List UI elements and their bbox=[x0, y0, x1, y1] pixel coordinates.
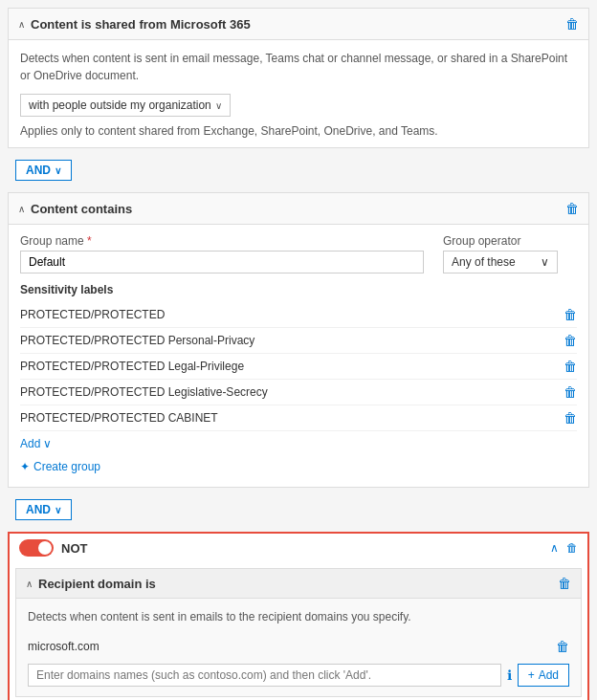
label-text-5: PROTECTED/PROTECTED CABINET bbox=[20, 411, 218, 425]
content-contains-header-left: ∧ Content contains bbox=[18, 202, 132, 216]
sensitivity-labels-title: Sensitivity labels bbox=[20, 283, 577, 296]
not-header: NOT ∧ 🗑 bbox=[10, 534, 587, 562]
info-icon[interactable]: ℹ bbox=[507, 667, 512, 683]
label-delete-icon-1[interactable]: 🗑 bbox=[564, 307, 577, 322]
not-header-right: ∧ 🗑 bbox=[550, 541, 578, 555]
group-name-label: Group name * bbox=[20, 234, 424, 248]
create-group-icon: ✦ bbox=[20, 460, 30, 473]
label-delete-icon-3[interactable]: 🗑 bbox=[564, 359, 577, 374]
create-group-link[interactable]: ✦ Create group bbox=[20, 456, 577, 477]
label-text-1: PROTECTED/PROTECTED bbox=[20, 308, 165, 321]
label-delete-icon-2[interactable]: 🗑 bbox=[564, 333, 577, 348]
content-contains-body: Group name * Group operator Any of these… bbox=[9, 225, 588, 487]
shared-dropdown-chevron: ∨ bbox=[215, 100, 222, 111]
recipient-title: Recipient domain is bbox=[38, 577, 156, 591]
content-contains-delete-icon[interactable]: 🗑 bbox=[565, 201, 579, 216]
group-operator-container: Group operator Any of these ∨ bbox=[443, 234, 577, 273]
label-row-3: PROTECTED/PROTECTED Legal-Privilege 🗑 bbox=[20, 354, 577, 380]
and-button-1-chevron: ∨ bbox=[55, 165, 61, 176]
and-button-2-chevron: ∨ bbox=[55, 505, 61, 515]
recipient-body: Detects when content is sent in emails t… bbox=[16, 599, 581, 696]
not-delete-icon[interactable]: 🗑 bbox=[566, 541, 578, 555]
and-button-1-label: AND bbox=[26, 164, 51, 177]
recipient-description: Detects when content is sent in emails t… bbox=[28, 608, 569, 625]
shared-dropdown[interactable]: with people outside my organization ∨ bbox=[20, 94, 231, 117]
shared-dropdown-value: with people outside my organization bbox=[29, 98, 211, 112]
create-group-label: Create group bbox=[33, 460, 100, 473]
add-link-chevron: ∨ bbox=[43, 437, 52, 450]
group-operator-chevron: ∨ bbox=[541, 255, 549, 269]
group-name-row: Group name * Group operator Any of these… bbox=[20, 234, 577, 273]
add-link-label: Add bbox=[20, 437, 40, 450]
label-text-3: PROTECTED/PROTECTED Legal-Privilege bbox=[20, 360, 244, 373]
and-button-2-container: AND ∨ bbox=[8, 488, 589, 532]
domain-input-row: ℹ + Add bbox=[28, 664, 569, 687]
group-operator-label: Group operator bbox=[443, 234, 577, 248]
label-row-4: PROTECTED/PROTECTED Legislative-Secrecy … bbox=[20, 380, 577, 405]
not-collapse-icon[interactable]: ∧ bbox=[550, 541, 559, 555]
shared-from-body: Detects when content is sent in email me… bbox=[9, 40, 588, 147]
recipient-collapse-icon[interactable]: ∧ bbox=[26, 579, 33, 589]
domain-input[interactable] bbox=[28, 664, 501, 687]
group-operator-value: Any of these bbox=[452, 255, 516, 269]
shared-from-header-left: ∧ Content is shared from Microsoft 365 bbox=[18, 17, 251, 32]
label-delete-icon-5[interactable]: 🗑 bbox=[564, 410, 577, 426]
label-row-2: PROTECTED/PROTECTED Personal-Privacy 🗑 bbox=[20, 328, 577, 354]
shared-from-collapse-icon[interactable]: ∧ bbox=[18, 19, 25, 30]
domain-delete-icon[interactable]: 🗑 bbox=[556, 639, 569, 654]
shared-from-delete-icon[interactable]: 🗑 bbox=[565, 16, 579, 32]
not-header-left: NOT bbox=[19, 539, 87, 557]
add-link[interactable]: Add ∨ bbox=[20, 431, 577, 456]
recipient-header: ∧ Recipient domain is 🗑 bbox=[16, 569, 581, 599]
domain-row: microsoft.com 🗑 bbox=[28, 635, 569, 658]
and-button-1[interactable]: AND ∨ bbox=[15, 160, 72, 181]
label-delete-icon-4[interactable]: 🗑 bbox=[564, 384, 577, 400]
shared-from-title: Content is shared from Microsoft 365 bbox=[31, 17, 251, 32]
shared-from-description: Detects when content is sent in email me… bbox=[20, 50, 577, 84]
label-row-1: PROTECTED/PROTECTED 🗑 bbox=[20, 302, 577, 328]
group-operator-select[interactable]: Any of these ∨ bbox=[443, 251, 558, 273]
required-star: * bbox=[87, 234, 92, 248]
domain-value: microsoft.com bbox=[28, 640, 100, 653]
label-text-4: PROTECTED/PROTECTED Legislative-Secrecy bbox=[20, 385, 268, 399]
group-name-left: Group name * bbox=[20, 234, 424, 273]
label-row-5: PROTECTED/PROTECTED CABINET 🗑 bbox=[20, 405, 577, 431]
not-label: NOT bbox=[61, 541, 87, 556]
recipient-header-left: ∧ Recipient domain is bbox=[26, 577, 156, 591]
shared-from-note: Applies only to content shared from Exch… bbox=[20, 124, 577, 138]
label-text-2: PROTECTED/PROTECTED Personal-Privacy bbox=[20, 334, 254, 347]
not-section: NOT ∧ 🗑 ∧ Recipient domain is 🗑 Detects … bbox=[8, 532, 589, 700]
and-button-2-label: AND bbox=[26, 503, 51, 516]
and-button-1-container: AND ∨ bbox=[8, 148, 589, 192]
domain-add-button[interactable]: + Add bbox=[518, 664, 569, 687]
content-contains-collapse-icon[interactable]: ∧ bbox=[18, 204, 25, 214]
content-contains-section: ∧ Content contains 🗑 Group name * Group … bbox=[8, 192, 589, 488]
shared-from-header: ∧ Content is shared from Microsoft 365 🗑 bbox=[9, 9, 588, 40]
group-name-input[interactable] bbox=[20, 251, 424, 273]
recipient-delete-icon[interactable]: 🗑 bbox=[558, 576, 571, 591]
add-plus-icon: + bbox=[528, 668, 535, 682]
and-button-2[interactable]: AND ∨ bbox=[15, 499, 72, 520]
content-contains-header: ∧ Content contains 🗑 bbox=[9, 193, 588, 225]
not-toggle[interactable] bbox=[19, 539, 54, 557]
recipient-domain-section: ∧ Recipient domain is 🗑 Detects when con… bbox=[15, 568, 582, 697]
content-contains-title: Content contains bbox=[31, 202, 132, 216]
domain-add-label: Add bbox=[539, 668, 559, 682]
shared-from-section: ∧ Content is shared from Microsoft 365 🗑… bbox=[8, 8, 589, 148]
